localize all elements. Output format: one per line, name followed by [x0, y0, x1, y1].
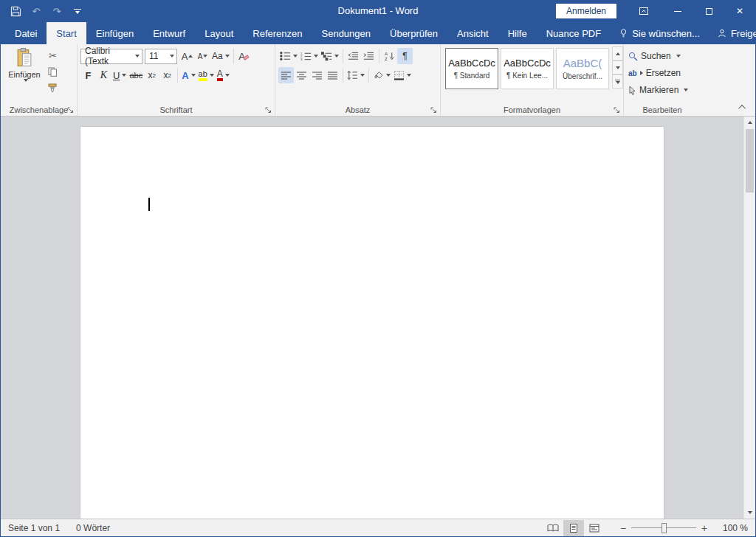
minimize-button[interactable]: [662, 0, 693, 22]
svg-text:3.: 3.: [300, 58, 303, 61]
zoom-in-button[interactable]: +: [696, 520, 712, 536]
tab-ansicht[interactable]: Ansicht: [447, 22, 498, 44]
word-window: ↶ ↷ Dokument1 - Word Anmelden ✕: [0, 0, 756, 537]
select-button[interactable]: Markieren: [627, 83, 698, 97]
paste-label: Einfügen: [8, 70, 40, 79]
bullets-button[interactable]: [278, 48, 299, 64]
align-left-button[interactable]: [278, 67, 294, 83]
borders-icon: [394, 70, 405, 80]
text-effects-button[interactable]: A: [180, 67, 196, 83]
close-button[interactable]: ✕: [724, 0, 755, 22]
maximize-button[interactable]: [693, 0, 724, 22]
dialog-launcher-icon: [614, 107, 620, 114]
shading-button[interactable]: [371, 67, 392, 83]
styles-more-button[interactable]: [612, 75, 623, 89]
word-count[interactable]: 0 Wörter: [76, 523, 110, 533]
group-editing-label: Bearbeiten: [624, 105, 701, 114]
cut-button[interactable]: ✂: [45, 48, 61, 63]
minimize-icon: [674, 11, 681, 12]
paste-button[interactable]: Einfügen: [4, 46, 45, 95]
tab-referenzen[interactable]: Referenzen: [243, 22, 312, 44]
highlight-button[interactable]: ab: [197, 67, 216, 83]
scrollbar-down-button[interactable]: [744, 507, 756, 519]
clear-formatting-button[interactable]: A: [236, 48, 252, 64]
clipboard-dialog-launcher[interactable]: [66, 105, 75, 114]
change-case-icon: Aa: [212, 51, 223, 61]
find-button[interactable]: Suchen: [627, 49, 698, 63]
styles-gallery-scroll: [612, 46, 623, 91]
text-effects-dropdown-icon: [191, 74, 196, 77]
tab-entwurf[interactable]: Entwurf: [143, 22, 195, 44]
grow-font-button[interactable]: A: [179, 48, 195, 64]
justify-button[interactable]: [325, 67, 340, 83]
tellme-box[interactable]: Sie wünschen...: [611, 22, 709, 44]
signin-button[interactable]: Anmelden: [556, 4, 616, 18]
tab-nuance-pdf[interactable]: Nuance PDF: [537, 22, 611, 44]
numbering-icon: 1. 2. 3.: [300, 51, 312, 61]
tab-start[interactable]: Start: [47, 22, 86, 44]
shrink-font-button[interactable]: A: [195, 48, 210, 64]
style-kein-leerraum[interactable]: AaBbCcDc ¶ Kein Lee...: [501, 48, 554, 89]
styles-scroll-up-button[interactable]: [612, 46, 623, 60]
show-paragraph-marks-button[interactable]: ¶: [397, 48, 413, 64]
read-mode-button[interactable]: [543, 520, 563, 536]
web-layout-button[interactable]: [584, 520, 605, 536]
styles-scroll-down-button[interactable]: [612, 60, 623, 75]
align-center-button[interactable]: [294, 67, 309, 83]
group-styles-label: Formatvorlagen: [441, 105, 623, 114]
styles-dialog-launcher[interactable]: [612, 105, 621, 114]
tab-layout[interactable]: Layout: [195, 22, 243, 44]
scrollbar-thumb[interactable]: [746, 129, 754, 193]
ribbon-display-options-button[interactable]: [633, 2, 655, 20]
tab-hilfe[interactable]: Hilfe: [498, 22, 537, 44]
align-right-button[interactable]: [309, 67, 325, 83]
share-button[interactable]: Freigeben: [709, 22, 756, 44]
increase-indent-button[interactable]: [361, 48, 377, 64]
zoom-percentage[interactable]: 100 %: [712, 523, 748, 533]
scrollbar-up-button[interactable]: [744, 117, 756, 128]
subscript-button[interactable]: x2: [144, 67, 159, 83]
print-layout-button[interactable]: [563, 520, 584, 536]
paste-dropdown-icon: [24, 79, 28, 82]
tab-einfuegen[interactable]: Einfügen: [86, 22, 143, 44]
tab-sendungen[interactable]: Sendungen: [312, 22, 381, 44]
zoom-slider-thumb[interactable]: [662, 523, 667, 533]
replace-button[interactable]: ab Ersetzen: [627, 66, 698, 80]
sort-button[interactable]: A Z: [382, 48, 397, 64]
save-icon: [10, 6, 21, 17]
numbering-button[interactable]: 1. 2. 3.: [299, 48, 320, 64]
save-button[interactable]: [7, 2, 24, 20]
tab-ueberpruefen[interactable]: Überprüfen: [380, 22, 447, 44]
undo-button[interactable]: ↶: [27, 2, 45, 20]
page-indicator[interactable]: Seite 1 von 1: [8, 523, 60, 533]
copy-button[interactable]: [45, 64, 61, 79]
underline-button[interactable]: U: [111, 67, 128, 83]
multilevel-dropdown-icon: [334, 55, 339, 58]
line-spacing-button[interactable]: [346, 67, 366, 83]
font-name-combobox[interactable]: Calibri (Textk: [80, 49, 142, 64]
zoom-slider[interactable]: [631, 520, 696, 536]
bold-button[interactable]: F: [80, 67, 96, 83]
font-size-combobox[interactable]: 11: [145, 49, 177, 64]
decrease-indent-button[interactable]: [346, 48, 361, 64]
change-case-button[interactable]: Aa: [210, 48, 231, 64]
font-dialog-launcher[interactable]: [264, 105, 272, 114]
document-page[interactable]: [80, 126, 664, 519]
italic-button[interactable]: K: [96, 67, 111, 83]
font-color-button[interactable]: A: [216, 67, 231, 83]
multilevel-list-button[interactable]: [320, 48, 340, 64]
redo-button[interactable]: ↷: [48, 2, 66, 20]
format-painter-button[interactable]: [45, 80, 61, 95]
borders-button[interactable]: [392, 67, 413, 83]
paragraph-dialog-launcher[interactable]: [429, 105, 438, 114]
vertical-scrollbar[interactable]: [743, 117, 755, 519]
collapse-ribbon-button[interactable]: [737, 102, 749, 112]
superscript-button[interactable]: x2: [159, 67, 175, 83]
style-ueberschrift-1[interactable]: AaBbC( Überschrif...: [556, 48, 609, 89]
zoom-out-button[interactable]: −: [615, 520, 631, 536]
statusbar: Seite 1 von 1 0 Wörter: [1, 519, 755, 536]
customize-qat-button[interactable]: [69, 2, 86, 20]
tab-datei[interactable]: Datei: [5, 22, 47, 44]
style-standard[interactable]: AaBbCcDc ¶ Standard: [445, 48, 498, 89]
strikethrough-button[interactable]: abc: [128, 67, 144, 83]
